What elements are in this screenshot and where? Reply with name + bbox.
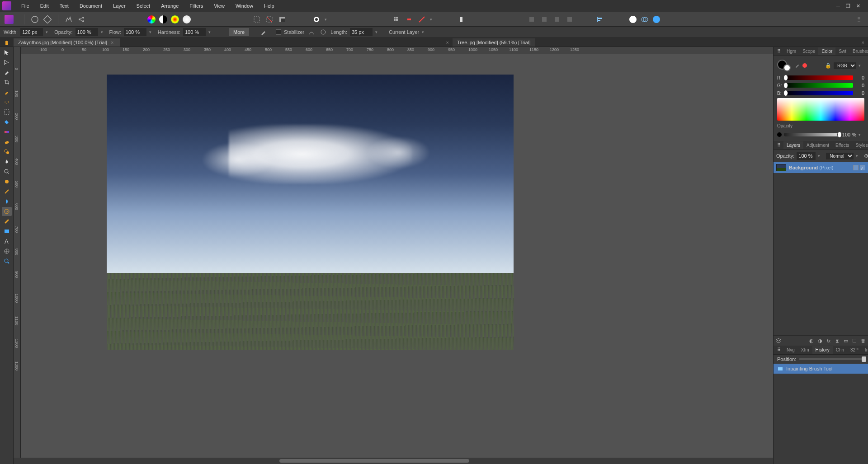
dodge-tool-icon[interactable]: [2, 177, 12, 186]
width-input[interactable]: [20, 28, 43, 36]
crop-tool-icon[interactable]: [2, 78, 12, 87]
menu-select[interactable]: Select: [131, 0, 156, 11]
adjustment-layer-icon[interactable]: ◑: [817, 337, 823, 344]
tab-styles[interactable]: Styles: [852, 141, 868, 149]
live-filter-icon[interactable]: ⧗: [834, 337, 840, 344]
chevron-down-icon[interactable]: ▾: [149, 30, 151, 34]
layer-visible-checkbox[interactable]: [860, 165, 865, 170]
group-layer-icon[interactable]: ▭: [843, 337, 849, 344]
burn-tool-icon[interactable]: [2, 187, 12, 196]
no-color-icon[interactable]: [802, 63, 807, 68]
tab-navigator[interactable]: Nvg: [783, 346, 798, 354]
history-position-slider[interactable]: [799, 358, 864, 360]
stabilizer-checkbox[interactable]: [276, 29, 281, 35]
scrollbar-thumb[interactable]: [279, 459, 469, 463]
zoom-tool-2-icon[interactable]: [2, 257, 12, 266]
history-item[interactable]: Inpainting Brush Tool: [774, 364, 868, 374]
tab-close-icon[interactable]: ×: [109, 40, 115, 45]
document-tab-2[interactable]: Tree.jpg [Modified] (59.1%) [Trial]: [453, 38, 535, 47]
quick-mask-icon[interactable]: [312, 15, 321, 24]
horizontal-ruler[interactable]: -100050 100150200 250300350 400450500 55…: [21, 47, 773, 54]
text-tool-icon[interactable]: A: [2, 237, 12, 246]
chevron-down-icon[interactable]: ▾: [101, 30, 103, 34]
liquify-persona-icon[interactable]: [30, 15, 39, 24]
panel-grip-icon[interactable]: ⠿: [775, 142, 783, 148]
menu-view[interactable]: View: [208, 0, 230, 11]
tab-close-icon[interactable]: ×: [860, 40, 866, 45]
inpainting-brush-tool-icon[interactable]: [2, 207, 12, 216]
dropdown-chevron-icon[interactable]: ▾: [325, 17, 327, 22]
develop-persona-icon[interactable]: [43, 15, 52, 24]
chevron-down-icon[interactable]: ▾: [818, 154, 820, 158]
canvas-viewport[interactable]: [21, 54, 773, 458]
tab-channels[interactable]: Chn: [833, 346, 847, 354]
healing-brush-tool-icon[interactable]: [2, 217, 12, 226]
chevron-down-icon[interactable]: ▾: [208, 30, 211, 34]
move-tool-icon[interactable]: [2, 48, 12, 57]
flow-input[interactable]: [124, 28, 146, 36]
tab-brushes[interactable]: Brushes: [849, 47, 868, 55]
menu-help[interactable]: Help: [259, 0, 280, 11]
menu-window[interactable]: Window: [230, 0, 259, 11]
secondary-color-well[interactable]: [783, 64, 791, 71]
vertical-ruler[interactable]: 0100200 300400500 600700800 90010001100 …: [14, 54, 21, 458]
more-button[interactable]: More: [229, 28, 249, 36]
delete-layer-icon[interactable]: 🗑: [860, 337, 866, 344]
export-persona-icon[interactable]: [77, 15, 86, 24]
chevron-down-icon[interactable]: ▾: [856, 154, 858, 158]
target-dropdown[interactable]: Current Layer: [389, 29, 419, 35]
chevron-down-icon[interactable]: ▾: [46, 30, 48, 34]
paint-brush-tool-icon[interactable]: [2, 88, 12, 97]
fx-layer-icon[interactable]: fx: [826, 337, 832, 344]
chevron-down-icon[interactable]: ▾: [375, 30, 377, 34]
selection-invert-icon[interactable]: [278, 15, 287, 24]
brush-preset-icon[interactable]: [259, 28, 268, 37]
panel-grip-icon[interactable]: ⠿: [775, 48, 783, 54]
menu-arrange[interactable]: Arrange: [156, 0, 184, 11]
tab-32bit[interactable]: 32P: [847, 346, 862, 354]
color-opacity-slider[interactable]: [784, 133, 840, 136]
tab-swatches[interactable]: Swt: [835, 47, 849, 55]
layer-stack-icon[interactable]: [775, 337, 782, 344]
layer-row-background[interactable]: Background (Pixel): [774, 162, 868, 173]
layer-fx-icon[interactable]: ⚙: [864, 153, 868, 159]
grid-snap-icon[interactable]: [392, 15, 401, 24]
b-slider[interactable]: [785, 91, 853, 95]
pen-tool-icon[interactable]: [2, 157, 12, 166]
menu-file[interactable]: File: [16, 0, 35, 11]
mesh-warp-tool-icon[interactable]: [2, 247, 12, 256]
tab-color[interactable]: Color: [818, 47, 835, 55]
erase-tool-icon[interactable]: [2, 137, 12, 146]
chevron-down-icon[interactable]: ▾: [859, 132, 861, 137]
hue-saturation-picker[interactable]: [777, 98, 864, 121]
opacity-input[interactable]: [75, 28, 98, 36]
menu-layer[interactable]: Layer: [108, 0, 131, 11]
tab-scope[interactable]: Scope: [799, 47, 818, 55]
assistant-icon[interactable]: [457, 15, 466, 24]
color-picker-tool-icon[interactable]: [2, 68, 12, 77]
add-layer-button-icon[interactable]: ☐: [851, 337, 858, 344]
align-left-icon[interactable]: [595, 15, 604, 24]
stabilizer-mode-1-icon[interactable]: [307, 28, 316, 37]
arrange-back-icon[interactable]: [527, 15, 536, 24]
zoom-tool-icon[interactable]: [2, 167, 12, 176]
layer-lock-checkbox[interactable]: [853, 165, 859, 170]
tab-histogram[interactable]: Hgm: [783, 47, 799, 55]
blend-mode-select[interactable]: Normal: [826, 153, 854, 159]
arrange-front-icon[interactable]: [565, 15, 574, 24]
tab-info[interactable]: Info: [862, 346, 868, 354]
pixel-snap-icon[interactable]: [405, 15, 414, 24]
clone-tool-icon[interactable]: [2, 147, 12, 156]
marquee-tool-icon[interactable]: [2, 108, 12, 117]
color-mode-select[interactable]: RGB: [834, 62, 856, 69]
arrange-forward-icon[interactable]: [552, 15, 561, 24]
tab-history[interactable]: History: [812, 346, 833, 354]
tone-map-persona-icon[interactable]: [64, 15, 73, 24]
menu-filters[interactable]: Filters: [184, 0, 208, 11]
flood-fill-tool-icon[interactable]: [2, 117, 12, 127]
menu-text[interactable]: Text: [54, 0, 74, 11]
horizontal-scrollbar[interactable]: [14, 458, 773, 464]
length-input[interactable]: [350, 28, 373, 36]
r-slider[interactable]: [785, 75, 853, 80]
selection-cancel-icon[interactable]: [265, 15, 274, 24]
